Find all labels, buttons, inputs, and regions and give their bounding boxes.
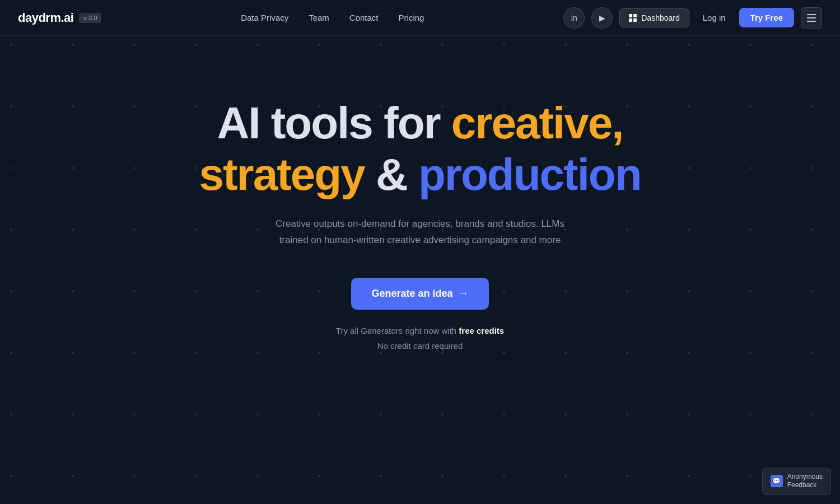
- arrow-icon: →: [459, 288, 469, 300]
- version-badge: v 3.0: [79, 13, 101, 23]
- dashboard-label: Dashboard: [641, 13, 680, 22]
- feedback-badge[interactable]: 💬 Anonymous Feedback: [762, 468, 831, 495]
- hero-subtitle: Creative outputs on-demand for agencies,…: [274, 216, 566, 249]
- dashboard-icon: [629, 14, 637, 22]
- nav-center: Data Privacy Team Contact Pricing: [241, 13, 424, 22]
- hero-title-ampersand: &: [376, 150, 418, 199]
- note-highlight: free credits: [459, 326, 504, 335]
- note-suffix: No credit card required: [377, 341, 463, 351]
- dashboard-button[interactable]: Dashboard: [619, 8, 689, 27]
- hero-title-production: production: [418, 150, 641, 199]
- feedback-line2: Feedback: [787, 481, 823, 490]
- nav-right: in ▶ Dashboard Log in Try Free: [563, 7, 822, 29]
- nav-link-team[interactable]: Team: [309, 13, 329, 22]
- try-free-button[interactable]: Try Free: [739, 8, 794, 27]
- menu-line-3: [807, 21, 816, 22]
- nav-left: daydrm.ai v 3.0: [18, 11, 101, 25]
- generate-idea-button[interactable]: Generate an idea →: [351, 278, 488, 310]
- menu-button[interactable]: [801, 7, 822, 29]
- hero-title: AI tools for creative, strategy & produc…: [199, 97, 641, 200]
- hero-title-creative-word: creative,: [451, 98, 623, 148]
- hero-section: AI tools for creative, strategy & produc…: [0, 36, 840, 353]
- hero-note: Try all Generators right now with free c…: [336, 323, 504, 353]
- feedback-text: Anonymous Feedback: [787, 473, 823, 490]
- cta-label: Generate an idea: [371, 288, 452, 300]
- nav-link-pricing[interactable]: Pricing: [399, 13, 424, 22]
- login-button[interactable]: Log in: [696, 8, 732, 27]
- logo[interactable]: daydrm.ai: [18, 11, 73, 25]
- hero-title-plain: AI tools for: [217, 98, 440, 148]
- feedback-line1: Anonymous: [787, 473, 823, 482]
- nav-link-contact[interactable]: Contact: [349, 13, 379, 22]
- feedback-icon: 💬: [771, 475, 783, 487]
- youtube-button[interactable]: ▶: [591, 7, 613, 29]
- linkedin-button[interactable]: in: [563, 7, 585, 29]
- navbar: daydrm.ai v 3.0 Data Privacy Team Contac…: [0, 0, 840, 36]
- hero-title-strategy: strategy: [199, 150, 364, 199]
- menu-line-2: [807, 17, 816, 18]
- menu-line-1: [807, 14, 816, 15]
- note-prefix: Try all Generators right now with: [336, 326, 456, 335]
- nav-link-data-privacy[interactable]: Data Privacy: [241, 13, 288, 22]
